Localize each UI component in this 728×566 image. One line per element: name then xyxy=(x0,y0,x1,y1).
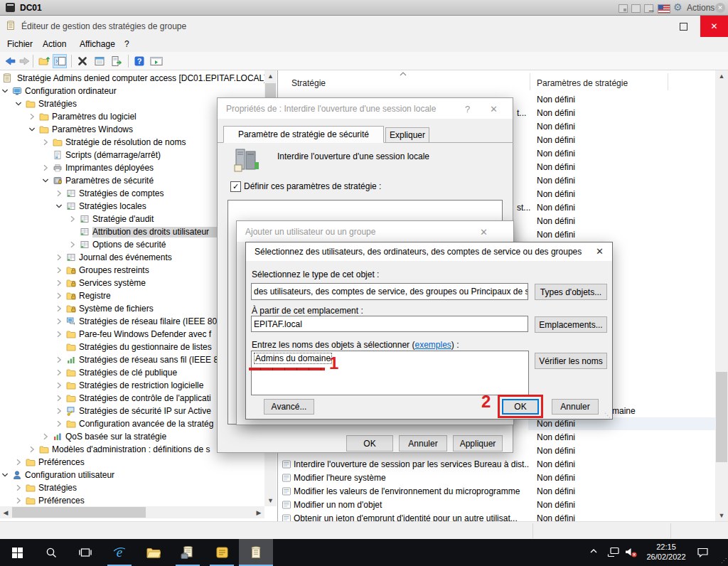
volume-muted-icon[interactable] xyxy=(624,547,638,558)
chevron-down-icon[interactable] xyxy=(55,203,63,210)
menu-item-action[interactable]: Action xyxy=(43,39,66,49)
search-button[interactable] xyxy=(34,539,68,566)
chevron-right-icon[interactable] xyxy=(55,382,63,389)
close-icon[interactable]: ✕ xyxy=(596,246,604,257)
chevron-right-icon[interactable] xyxy=(15,497,22,504)
resize-grip-icon[interactable]: ⋱ xyxy=(604,412,611,419)
advanced-button[interactable]: Avancé... xyxy=(264,399,314,415)
chevron-right-icon[interactable] xyxy=(42,139,49,146)
properties-icon[interactable] xyxy=(92,54,107,68)
tab-explain[interactable]: Expliquer xyxy=(385,127,429,143)
chevron-right-icon[interactable] xyxy=(55,190,63,197)
scroll-up-icon[interactable]: ▲ xyxy=(264,70,277,82)
chevron-right-icon[interactable] xyxy=(55,420,63,427)
chevron-down-icon[interactable] xyxy=(15,100,22,107)
table-row[interactable]: Modifier les valeurs de l'environnement … xyxy=(278,485,715,498)
menu-item-?[interactable]: ? xyxy=(124,39,129,49)
column-header-strategie[interactable]: Stratégie xyxy=(291,78,326,88)
menu-item-affichage[interactable]: Affichage xyxy=(80,39,115,49)
minimize-button[interactable]: – xyxy=(636,0,666,21)
back-icon[interactable] xyxy=(3,54,17,68)
table-row[interactable]: Interdire l'ouverture de session par les… xyxy=(278,458,715,471)
tree-hscroll-thumb[interactable] xyxy=(12,507,146,518)
address-book-button[interactable] xyxy=(205,539,239,566)
close-button[interactable]: ✕ xyxy=(700,16,728,37)
gpmc-button[interactable] xyxy=(171,539,205,566)
object-types-button[interactable]: Types d'objets... xyxy=(535,284,607,300)
tree-item[interactable]: Préférences xyxy=(0,456,264,469)
chevron-right-icon[interactable] xyxy=(55,292,63,299)
scroll-up-icon[interactable]: ▲ xyxy=(715,70,728,82)
table-row[interactable]: Obtenir un jeton d'emprunt d'identité po… xyxy=(278,512,715,521)
chevron-down-icon[interactable] xyxy=(28,126,36,133)
chevron-right-icon[interactable] xyxy=(69,215,76,223)
tree-item[interactable]: Stratégie Admins denied computer access … xyxy=(0,72,264,85)
scroll-down-icon[interactable]: ▼ xyxy=(715,510,728,521)
object-type-field[interactable]: des utilisateurs, des comptes de service… xyxy=(251,283,528,300)
scroll-down-icon[interactable]: ▼ xyxy=(264,495,277,506)
action-pane-toggle-icon[interactable] xyxy=(149,54,164,68)
locations-button[interactable]: Emplacements... xyxy=(535,316,607,333)
help-icon[interactable]: ? xyxy=(132,54,146,68)
ok-button[interactable]: OK xyxy=(346,435,393,452)
notifications-icon[interactable] xyxy=(697,547,709,557)
chevron-right-icon[interactable] xyxy=(15,459,22,466)
chevron-right-icon[interactable] xyxy=(55,369,63,376)
file-explorer-button[interactable] xyxy=(136,539,171,566)
chevron-down-icon[interactable] xyxy=(1,87,9,95)
chevron-right-icon[interactable] xyxy=(55,305,63,312)
chevron-right-icon[interactable] xyxy=(55,318,63,325)
internet-explorer-button[interactable]: e xyxy=(102,539,136,566)
chevron-right-icon[interactable] xyxy=(55,267,63,274)
chevron-right-icon[interactable] xyxy=(69,241,76,248)
close-icon[interactable]: ✕ xyxy=(490,104,498,114)
tree-item[interactable]: Configuration ordinateur xyxy=(0,85,264,97)
table-row[interactable]: Modifier un nom d'objetNon défini xyxy=(278,498,715,511)
delete-icon[interactable] xyxy=(75,54,90,68)
tab-security-policy-setting[interactable]: Paramètre de stratégie de sécurité xyxy=(223,126,384,143)
chevron-down-icon[interactable] xyxy=(42,177,49,184)
network-icon[interactable] xyxy=(607,547,620,557)
table-row[interactable]: Modifier l'heure systèmeNon défini xyxy=(278,471,715,484)
tray-chevron-icon[interactable] xyxy=(589,547,599,555)
chevron-right-icon[interactable] xyxy=(15,484,22,491)
check-names-button[interactable]: Vérifier les noms xyxy=(535,353,607,369)
actions-label[interactable]: Actions xyxy=(687,3,714,13)
cancel-button[interactable]: Annuler xyxy=(399,435,447,452)
object-names-textarea[interactable]: Admins du domaine xyxy=(251,351,529,395)
tree-item[interactable]: Configuration utilisateur xyxy=(0,469,264,481)
chevron-right-icon[interactable] xyxy=(55,356,63,363)
chevron-right-icon[interactable] xyxy=(55,395,63,402)
chevron-down-icon[interactable] xyxy=(1,471,9,479)
restore-button[interactable] xyxy=(668,16,698,37)
scroll-right-icon[interactable]: ▶ xyxy=(253,506,264,518)
chevron-right-icon[interactable] xyxy=(55,254,63,261)
define-policy-checkbox[interactable]: ✓ xyxy=(230,181,241,192)
window-thumb-icon[interactable] xyxy=(619,4,628,13)
forward-icon[interactable] xyxy=(17,54,31,68)
chevron-right-icon[interactable] xyxy=(28,113,36,120)
apply-button[interactable]: Appliquer xyxy=(453,435,503,452)
chevron-right-icon[interactable] xyxy=(55,279,63,287)
scroll-left-icon[interactable]: ◀ xyxy=(0,506,11,518)
list-vscroll-thumb[interactable] xyxy=(716,372,727,462)
list-vscrollbar[interactable]: ▲ ▼ xyxy=(715,70,728,521)
up-one-level-icon[interactable] xyxy=(37,54,51,68)
close-circle-icon[interactable]: ✕ xyxy=(715,3,725,13)
tree-hscrollbar[interactable]: ◀ ▶ xyxy=(0,506,264,518)
console-tree-toggle-icon[interactable] xyxy=(53,54,67,68)
help-icon[interactable]: ? xyxy=(465,104,470,114)
close-icon[interactable]: ✕ xyxy=(480,227,488,237)
gear-icon[interactable]: ⚙ xyxy=(673,1,682,13)
clock[interactable]: 22:1526/02/2022 xyxy=(641,542,691,563)
tree-item[interactable]: Stratégies xyxy=(0,481,264,494)
start-button[interactable] xyxy=(0,539,34,566)
examples-link[interactable]: exemples xyxy=(414,340,451,350)
location-field[interactable]: EPITAF.local xyxy=(251,316,528,332)
cancel-button[interactable]: Annuler xyxy=(552,399,599,415)
gpo-editor-button[interactable] xyxy=(239,539,273,566)
chevron-right-icon[interactable] xyxy=(55,407,63,415)
chevron-right-icon[interactable] xyxy=(42,164,49,171)
column-header-parametres[interactable]: Paramètres de stratégie xyxy=(537,78,628,88)
chevron-right-icon[interactable] xyxy=(42,433,49,440)
